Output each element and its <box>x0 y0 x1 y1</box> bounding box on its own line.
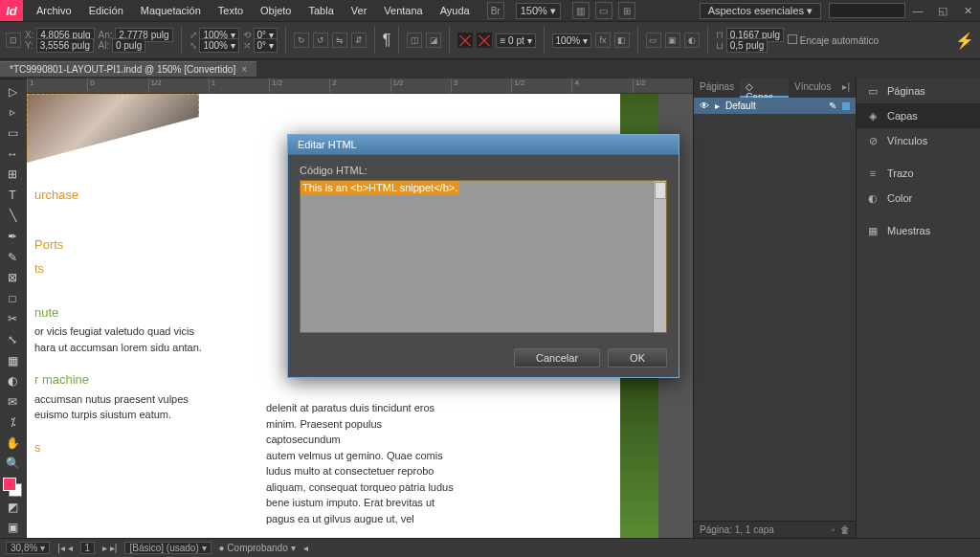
select-container-icon[interactable]: ◫ <box>407 33 422 48</box>
content-collector-tool[interactable]: ⊞ <box>0 164 25 185</box>
fx-icon[interactable]: fx <box>595 33 611 48</box>
page-nav-next-icon[interactable]: ▸ ▸| <box>102 543 117 553</box>
menu-tabla[interactable]: Tabla <box>301 2 341 19</box>
lightning-icon[interactable]: ⚡ <box>955 32 974 50</box>
rotate-ccw-icon[interactable]: ↺ <box>313 33 328 48</box>
menu-objeto[interactable]: Objeto <box>253 2 299 19</box>
dialog-title[interactable]: Editar HTML <box>288 135 679 155</box>
visibility-icon[interactable]: 👁 <box>700 100 709 111</box>
page-tool[interactable]: ▭ <box>0 123 25 144</box>
flip-h-icon[interactable]: ⇋ <box>332 33 347 48</box>
panel-menu-icon[interactable]: ▸| <box>836 78 856 98</box>
stroke-weight-field[interactable]: ≡ 0 pt ▾ <box>496 33 535 48</box>
tab-paginas[interactable]: Páginas <box>694 78 740 98</box>
page-nav-prev-icon[interactable]: |◂ ◂ <box>57 543 72 553</box>
color-swatch[interactable] <box>3 478 22 497</box>
stroke-none-icon[interactable] <box>477 33 492 48</box>
image-frame-1[interactable] <box>27 94 199 170</box>
gradient-swatch-tool[interactable]: ▦ <box>0 350 25 371</box>
zoom-status[interactable]: 30,8% ▾ <box>6 542 50 554</box>
wrap-none-icon[interactable]: ▭ <box>646 33 661 48</box>
autofit-checkbox[interactable] <box>788 34 797 44</box>
scissors-tool[interactable]: ✂ <box>0 309 25 330</box>
panel-vinculos[interactable]: ⊘Vínculos <box>857 128 980 153</box>
menu-ventana[interactable]: Ventana <box>376 2 430 19</box>
scale-y-field[interactable]: 100% ▾ <box>199 38 238 53</box>
layer-row[interactable]: 👁 ▸ Default ✎ <box>694 98 856 114</box>
flip-v-icon[interactable]: ⇵ <box>351 33 367 48</box>
paragraph-icon[interactable]: ¶ <box>383 32 391 49</box>
panel-muestras[interactable]: ▦Muestras <box>857 218 980 243</box>
ok-button[interactable]: OK <box>608 348 667 368</box>
body-text: hara ut accumsan lorem sidu antan. <box>34 340 226 356</box>
panel-color[interactable]: ◐Color <box>857 186 980 211</box>
rotate-cw-icon[interactable]: ↻ <box>294 33 309 48</box>
hand-tool[interactable]: ✋ <box>0 433 25 454</box>
rectangle-frame-tool[interactable]: ⊠ <box>0 267 25 288</box>
pen-tool[interactable]: ✒ <box>0 226 25 247</box>
shadow-icon[interactable]: ◧ <box>614 33 630 48</box>
chevron-icon[interactable]: ▸ <box>715 100 720 111</box>
bridge-icon[interactable]: Br <box>487 2 504 19</box>
links-icon: ⊘ <box>866 134 880 147</box>
screen-mode-icon[interactable]: ▭ <box>595 2 612 19</box>
new-layer-icon[interactable]: ▫ <box>831 524 835 535</box>
view-mode-tool[interactable]: ▣ <box>0 518 25 539</box>
body-text: accumsan nutus praesent vulpes <box>34 391 226 408</box>
page-field[interactable]: 1 <box>80 542 96 554</box>
apply-color-icon[interactable]: ◩ <box>0 497 25 518</box>
minimize-button[interactable]: — <box>905 2 930 19</box>
panel-capas[interactable]: ◈Capas <box>857 103 980 128</box>
document-tab[interactable]: *TC9990801-LAYOUT-PI1.indd @ 150% [Conve… <box>0 61 256 77</box>
gradient-feather-tool[interactable]: ◐ <box>0 370 25 391</box>
zoom-select[interactable]: 150% ▾ <box>516 3 561 19</box>
menu-edicion[interactable]: Edición <box>81 2 131 19</box>
workspace-select[interactable]: Aspectos esenciales ▾ <box>700 3 821 19</box>
close-button[interactable]: ✕ <box>955 2 980 19</box>
scrollbar[interactable] <box>653 181 666 332</box>
menu-archivo[interactable]: Archivo <box>29 2 79 19</box>
view-mode-icon[interactable]: ▥ <box>572 2 590 19</box>
opacity-field[interactable]: 100% ▾ <box>552 33 591 48</box>
line-tool[interactable]: ╲ <box>0 206 25 227</box>
type-tool[interactable]: T <box>0 185 25 206</box>
rectangle-tool[interactable]: □ <box>0 288 25 309</box>
menu-maquetacion[interactable]: Maquetación <box>133 2 209 19</box>
select-content-icon[interactable]: ◪ <box>426 33 441 48</box>
cancel-button[interactable]: Cancelar <box>514 348 600 368</box>
dialog-label: Código HTML: <box>300 165 667 176</box>
note-tool[interactable]: ✉ <box>0 391 25 412</box>
menu-ver[interactable]: Ver <box>344 2 375 19</box>
h-field[interactable]: 0 pulg <box>112 38 145 53</box>
fill-none-icon[interactable] <box>457 33 473 48</box>
html-code-textarea[interactable]: This is an <b>HTML snippet</b>. <box>300 180 667 333</box>
wrap-shape-icon[interactable]: ◐ <box>684 33 700 48</box>
pen-icon[interactable]: ✎ <box>829 100 836 111</box>
y-field[interactable]: 3,5556 pulg <box>36 38 94 53</box>
arrange-icon[interactable]: ⊞ <box>618 2 635 19</box>
panel-paginas[interactable]: ▭Páginas <box>857 78 980 103</box>
heading: urchase <box>34 186 226 205</box>
delete-layer-icon[interactable]: 🗑 <box>840 524 850 535</box>
gap-field[interactable]: 0,5 pulg <box>726 38 768 53</box>
eyedropper-tool[interactable]: ⁒ <box>0 412 25 434</box>
tab-capas[interactable]: ◇ Capas <box>740 78 789 98</box>
close-tab-icon[interactable]: × <box>241 64 247 75</box>
pencil-tool[interactable]: ✎ <box>0 247 25 268</box>
panel-trazo[interactable]: ≡Trazo <box>857 161 980 186</box>
search-input[interactable] <box>829 3 905 18</box>
selection-tool[interactable]: ▷ <box>0 81 25 102</box>
style-status[interactable]: [Básico] (usado) ▾ <box>124 542 211 554</box>
maximize-button[interactable]: ◱ <box>930 2 955 19</box>
wrap-bbox-icon[interactable]: ▣ <box>665 33 680 48</box>
tab-vinculos[interactable]: Vínculos <box>789 78 836 98</box>
ref-point-icon[interactable]: ⊡ <box>6 33 21 48</box>
shear-field[interactable]: 0° ▾ <box>254 38 278 53</box>
direct-selection-tool[interactable]: ▹ <box>0 102 25 123</box>
free-transform-tool[interactable]: ⤡ <box>0 329 25 350</box>
menu-ayuda[interactable]: Ayuda <box>433 2 478 19</box>
menu-texto[interactable]: Texto <box>211 2 251 19</box>
zoom-tool[interactable]: 🔍 <box>0 454 25 475</box>
gap-tool[interactable]: ↔ <box>0 144 25 165</box>
scroll-left-icon[interactable]: ◂ <box>303 543 308 553</box>
